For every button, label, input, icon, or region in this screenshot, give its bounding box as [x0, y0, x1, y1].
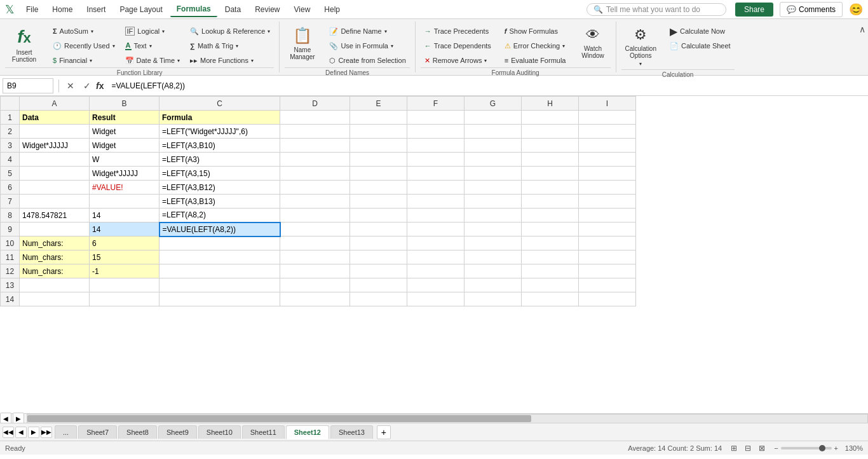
define-name-button[interactable]: 📝 Define Name ▾ [325, 24, 409, 38]
page-break-view-icon[interactable]: ⊠ [756, 442, 768, 454]
normal-view-icon[interactable]: ⊞ [728, 442, 740, 454]
menu-search[interactable]: 🔍 Tell me what you want to do [587, 3, 726, 16]
lookup-reference-button[interactable]: 🔍 Lookup & Reference ▾ [186, 24, 274, 38]
row-header-8[interactable]: 8 [1, 209, 20, 223]
cell-3-F[interactable] [407, 139, 465, 153]
cell-1-F[interactable] [407, 111, 465, 125]
zoom-out-icon[interactable]: − [774, 444, 778, 452]
cell-1-G[interactable] [465, 111, 522, 125]
cell-4-B[interactable]: W [90, 153, 159, 167]
cell-6-A[interactable] [20, 181, 90, 195]
row-header-14[interactable]: 14 [1, 292, 20, 306]
tab-ellipsis[interactable]: ... [55, 425, 77, 439]
cell-11-G[interactable] [465, 250, 522, 264]
cell-12-B[interactable]: -1 [90, 264, 159, 278]
cell-6-C[interactable]: =LEFT(A3,B12) [159, 181, 280, 195]
col-header-B[interactable]: B [90, 97, 159, 111]
cell-9-H[interactable] [522, 223, 579, 236]
col-header-D[interactable]: D [280, 97, 350, 111]
cell-12-D[interactable] [280, 264, 350, 278]
cell-2-A[interactable] [20, 125, 90, 139]
cell-4-C[interactable]: =LEFT(A3) [159, 153, 280, 167]
watch-window-button[interactable]: 👁 WatchWindow [576, 24, 611, 62]
cell-10-I[interactable] [579, 236, 636, 250]
cell-8-G[interactable] [465, 209, 522, 223]
financial-button[interactable]: $ Financial ▾ [49, 53, 119, 67]
cell-14-A[interactable] [20, 292, 90, 306]
cell-7-I[interactable] [579, 195, 636, 209]
tab-sheet7[interactable]: Sheet7 [78, 425, 117, 439]
row-header-4[interactable]: 4 [1, 153, 20, 167]
cell-11-E[interactable] [350, 250, 407, 264]
menu-item-view[interactable]: View [288, 3, 317, 17]
cell-12-A[interactable]: Num_chars: [20, 264, 90, 278]
use-in-formula-button[interactable]: 📎 Use in Formula ▾ [325, 39, 409, 53]
cell-14-E[interactable] [350, 292, 407, 306]
sheet-nav-first[interactable]: ◀◀ [3, 427, 14, 438]
cell-11-B[interactable]: 15 [90, 250, 159, 264]
menu-item-formulas[interactable]: Formulas [170, 2, 217, 17]
trace-dependents-button[interactable]: ← Trace Dependents [421, 39, 495, 53]
date-time-button[interactable]: 📅 Date & Time ▾ [121, 53, 184, 67]
cell-8-I[interactable] [579, 209, 636, 223]
scroll-right-btn[interactable]: ▶ [13, 413, 24, 423]
cell-6-D[interactable] [280, 181, 350, 195]
evaluate-formula-button[interactable]: ≡ Evaluate Formula [501, 53, 570, 67]
menu-item-home[interactable]: Home [46, 3, 79, 17]
cell-5-F[interactable] [407, 167, 465, 181]
page-layout-view-icon[interactable]: ⊟ [742, 442, 754, 454]
cell-14-G[interactable] [465, 292, 522, 306]
cell-10-E[interactable] [350, 236, 407, 250]
sheet-nav-next[interactable]: ▶ [28, 427, 39, 438]
trace-precedents-button[interactable]: → Trace Precedents [421, 24, 495, 38]
cell-3-H[interactable] [522, 139, 579, 153]
cell-13-G[interactable] [465, 278, 522, 292]
col-header-H[interactable]: H [522, 97, 579, 111]
menu-item-file[interactable]: File [20, 3, 44, 17]
cell-2-C[interactable]: =LEFT("Widget*JJJJJ",6) [159, 125, 280, 139]
cell-14-I[interactable] [579, 292, 636, 306]
cell-10-B[interactable]: 6 [90, 236, 159, 250]
cell-14-C[interactable] [159, 292, 280, 306]
logical-button[interactable]: IF Logical ▾ [121, 24, 184, 38]
row-header-6[interactable]: 6 [1, 181, 20, 195]
cell-11-I[interactable] [579, 250, 636, 264]
calculate-now-button[interactable]: ▶ Calculate Now [666, 24, 735, 38]
cell-8-B[interactable]: 14 [90, 209, 159, 223]
ribbon-collapse[interactable]: ∧ [857, 22, 868, 72]
h-scrollbar[interactable] [27, 414, 868, 423]
cell-6-E[interactable] [350, 181, 407, 195]
cell-4-D[interactable] [280, 153, 350, 167]
cell-11-H[interactable] [522, 250, 579, 264]
cell-7-H[interactable] [522, 195, 579, 209]
cell-12-F[interactable] [407, 264, 465, 278]
cell-10-F[interactable] [407, 236, 465, 250]
cancel-formula-icon[interactable]: ✕ [64, 81, 77, 91]
row-header-2[interactable]: 2 [1, 125, 20, 139]
row-header-7[interactable]: 7 [1, 195, 20, 209]
remove-arrows-button[interactable]: ✕ Remove Arrows ▾ [421, 53, 495, 67]
cell-7-D[interactable] [280, 195, 350, 209]
cell-13-F[interactable] [407, 278, 465, 292]
cell-8-C[interactable]: =LEFT(A8,2) [159, 209, 280, 223]
cell-11-D[interactable] [280, 250, 350, 264]
cell-7-E[interactable] [350, 195, 407, 209]
cell-1-H[interactable] [522, 111, 579, 125]
cell-2-I[interactable] [579, 125, 636, 139]
cell-8-H[interactable] [522, 209, 579, 223]
row-header-10[interactable]: 10 [1, 236, 20, 250]
row-header-5[interactable]: 5 [1, 167, 20, 181]
add-sheet-button[interactable]: + [377, 425, 391, 439]
cell-3-A[interactable]: Widget*JJJJJ [20, 139, 90, 153]
show-formulas-button[interactable]: f Show Formulas [501, 24, 570, 38]
cell-8-F[interactable] [407, 209, 465, 223]
cell-10-G[interactable] [465, 236, 522, 250]
cell-5-E[interactable] [350, 167, 407, 181]
cell-1-D[interactable] [280, 111, 350, 125]
confirm-formula-icon[interactable]: ✓ [81, 81, 93, 91]
cell-12-G[interactable] [465, 264, 522, 278]
cell-11-F[interactable] [407, 250, 465, 264]
col-header-G[interactable]: G [465, 97, 522, 111]
cell-9-B[interactable]: 14 [90, 223, 159, 236]
recently-used-button[interactable]: 🕐 Recently Used ▾ [49, 39, 119, 53]
